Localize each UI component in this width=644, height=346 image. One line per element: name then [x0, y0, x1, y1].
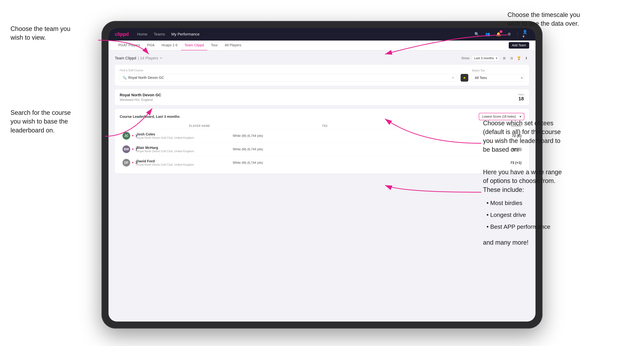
team-name: Team Clippd: [115, 56, 136, 60]
view-icons: ⊞ ⊟ 🏆 ⬇: [501, 55, 529, 61]
chevron-down-icon: ▾: [520, 115, 521, 119]
leaderboard-header: Course Leaderboard, Last 3 months Lowest…: [120, 113, 524, 120]
tee-label: Select Tee: [472, 69, 524, 72]
table-row: BM ♥ 1 Blair McHarg Royal North Devon Go…: [120, 143, 524, 156]
player-name: Josh Coles: [136, 132, 233, 136]
col-player-name: PLAYER NAME: [189, 124, 322, 128]
holes-label: Holes: [518, 93, 524, 96]
heart-icon[interactable]: ♥: [132, 134, 134, 137]
course-search-input-container: 🔍 Royal North Devon GC ✕: [120, 74, 457, 82]
subnav-team-clippd[interactable]: Team Clippd: [181, 40, 208, 50]
tee-select[interactable]: All Tees White Tees Yellow Tees Red Tees: [472, 74, 524, 82]
player-info: David Ford Royal North Devon Golf Club, …: [136, 159, 233, 166]
show-label: Show:: [461, 56, 470, 60]
logo: clippd: [115, 31, 128, 37]
holes-number: 18: [518, 96, 524, 102]
course-search-value[interactable]: Royal North Devon GC: [128, 76, 450, 80]
player-info: Josh Coles Royal North Devon Golf Club, …: [136, 132, 233, 140]
settings-icon-btn[interactable]: ⚙: [506, 31, 512, 37]
tablet-screen: clippd Home Teams My Performance 🔍 👥 🔔 1…: [108, 28, 536, 322]
search-icon-btn[interactable]: 🔍: [473, 31, 480, 37]
score-value: 73 (+1): [425, 161, 522, 165]
nav-bar: clippd Home Teams My Performance 🔍 👥 🔔 1…: [108, 28, 536, 40]
holes-box: Holes 18: [518, 93, 524, 102]
table-row: DF ♥ 3 David Ford Royal North Devon Golf…: [120, 156, 524, 169]
course-result-card: Royal North Devon GC Westward Ho!, Engla…: [115, 89, 529, 105]
nav-divider: [518, 32, 518, 36]
nav-my-performance[interactable]: My Performance: [171, 32, 200, 36]
grid-view-btn[interactable]: ⊞: [501, 55, 507, 61]
result-course-name: Royal North Devon GC: [120, 93, 161, 97]
edit-team-icon[interactable]: ✏: [160, 56, 162, 60]
tee-info: White (M) (6,744 yds): [233, 134, 425, 138]
annotation-course: Search for the course you wish to base t…: [10, 108, 71, 135]
favorite-btn[interactable]: ★: [460, 74, 468, 82]
bullet-birdies: • Most birdies: [486, 197, 562, 209]
and-more: and many more!: [483, 238, 562, 247]
annotation-team: Choose the team you wish to view.: [10, 24, 70, 42]
subnav-all-players[interactable]: All Players: [221, 40, 245, 50]
avatar: DF: [122, 159, 130, 167]
tee-info: White (M) (6,744 yds): [233, 161, 425, 165]
notification-badge: 1: [500, 30, 502, 33]
leaderboard-rows: JC ♥ 1 Josh Coles Royal North Devon Golf…: [120, 129, 524, 169]
subnav-tour[interactable]: Tour: [208, 40, 221, 50]
users-icon-btn[interactable]: 👥: [484, 31, 491, 37]
timescale-select[interactable]: Last 3 months Last month Last 6 months L…: [472, 55, 499, 61]
search-icon: 🔍: [123, 76, 126, 80]
trophy-view-btn[interactable]: 🏆: [516, 55, 522, 61]
tablet-frame: clippd Home Teams My Performance 🔍 👥 🔔 1…: [102, 21, 542, 329]
nav-teams[interactable]: Teams: [154, 32, 165, 36]
tee-info: White (M) (6,744 yds): [233, 148, 425, 151]
user-avatar-btn[interactable]: 👤 ▾: [522, 31, 529, 37]
player-club: Royal North Devon Golf Club, United King…: [136, 150, 233, 153]
col-rank: [122, 124, 189, 128]
nav-home[interactable]: Home: [137, 32, 147, 36]
table-row: JC ♥ 1 Josh Coles Royal North Devon Golf…: [120, 129, 524, 143]
subnav-pga[interactable]: PGA: [144, 40, 158, 50]
result-course-location: Westward Ho!, England: [120, 98, 161, 102]
score-selector-value: Lowest Score (18 holes): [482, 115, 516, 119]
player-rank-avatar: DF ♥ 3: [122, 159, 136, 167]
download-btn[interactable]: ⬇: [523, 55, 529, 61]
heart-icon[interactable]: ♥: [132, 148, 134, 151]
add-team-button[interactable]: Add Team: [509, 42, 529, 49]
tee-select-wrapper: All Tees White Tees Yellow Tees Red Tees: [472, 74, 524, 82]
col-tee: TEE: [322, 124, 455, 128]
show-row: Show: Last 3 months Last month Last 6 mo…: [461, 55, 529, 61]
avatar: JC: [122, 132, 130, 140]
player-name: Blair McHarg: [136, 146, 233, 150]
course-search-card: Find a Golf Course 🔍 Royal North Devon G…: [115, 65, 529, 86]
leaderboard-table-header: PLAYER NAME TEE SCORE: [120, 123, 524, 129]
clear-search-icon[interactable]: ✕: [452, 76, 454, 80]
player-count: | 14 Players: [138, 56, 158, 60]
list-view-btn[interactable]: ⊟: [508, 55, 514, 61]
subnav-hcaps[interactable]: Hcaps 1-5: [158, 40, 181, 50]
bullet-drive: • Longest drive: [486, 209, 562, 221]
sub-nav: PGAT Players PGA Hcaps 1-5 Team Clippd T…: [108, 40, 536, 50]
avatar: BM: [122, 145, 130, 153]
nav-icons: 🔍 👥 🔔 1 ⚙ 👤 ▾: [473, 31, 529, 37]
player-rank-avatar: BM ♥ 1: [122, 145, 136, 153]
annotation-timescale: Choose the timescale you wish to see the…: [508, 10, 580, 28]
leaderboard-title: Course Leaderboard, Last 3 months: [120, 115, 180, 119]
team-header: Team Clippd | 14 Players ✏ Show: Last 3 …: [115, 55, 529, 61]
annotation-tee: Choose which set of tees (default is all…: [483, 119, 561, 154]
player-club: Royal North Devon Golf Club, United King…: [136, 163, 233, 166]
bell-icon-btn[interactable]: 🔔 1: [495, 31, 502, 37]
subnav-pgat[interactable]: PGAT Players: [115, 40, 144, 50]
leaderboard-card: Course Leaderboard, Last 3 months Lowest…: [115, 109, 529, 173]
player-club: Royal North Devon Golf Club, United King…: [136, 136, 233, 140]
nav-links: Home Teams My Performance: [137, 32, 466, 36]
player-rank-avatar: JC ♥ 1: [122, 132, 136, 140]
heart-icon[interactable]: ♥: [132, 161, 134, 164]
team-title: Team Clippd | 14 Players ✏: [115, 56, 162, 60]
annotation-options: Here you have a wide range of options to…: [483, 168, 562, 247]
find-course-label: Find a Golf Course: [120, 69, 457, 72]
timescale-select-wrapper: Last 3 months Last month Last 6 months L…: [472, 55, 499, 61]
bullet-app: • Best APP performance: [486, 221, 562, 233]
player-name: David Ford: [136, 159, 233, 163]
content-area: Team Clippd | 14 Players ✏ Show: Last 3 …: [108, 50, 536, 178]
player-info: Blair McHarg Royal North Devon Golf Club…: [136, 146, 233, 153]
tee-section: Select Tee All Tees White Tees Yellow Te…: [472, 69, 524, 82]
